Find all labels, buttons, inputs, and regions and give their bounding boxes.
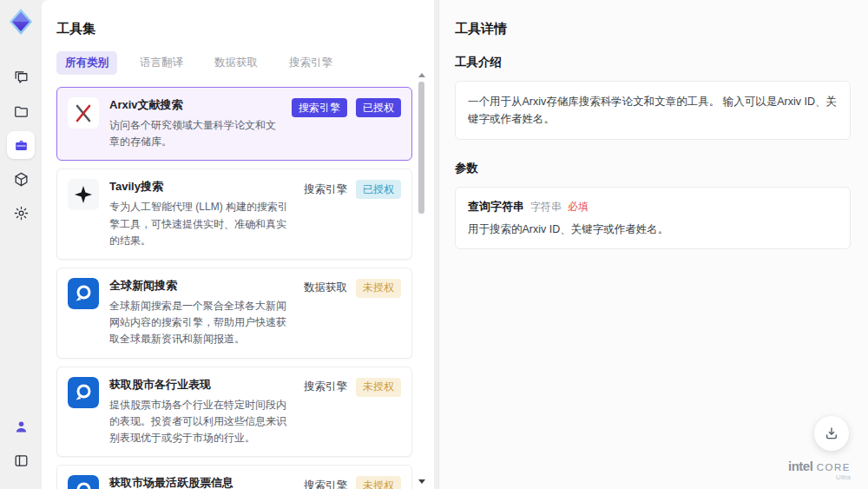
tool-card[interactable]: 获取市场最活跃股票信息 提供当天交易量最高的股票列表，投资者可以利用这些信息来识… (56, 465, 412, 489)
intro-text: 一个用于从Arxiv存储库搜索科学论文和文章的工具。 输入可以是Arxiv ID… (468, 93, 838, 128)
intel-core-logo: intel CORE Ultra (788, 459, 851, 482)
tool-meta: 搜索引擎 已授权 (304, 179, 401, 249)
briefcase-icon (13, 137, 30, 154)
tool-name: Tavily搜索 (109, 179, 293, 195)
cube-icon (13, 171, 30, 188)
juhe-icon (68, 377, 99, 408)
auth-status-badge: 未授权 (356, 476, 401, 489)
app-window: 工具集 所有类别语言翻译数据获取搜索引擎 Arxiv文献搜索 访问各个研究领域大… (0, 0, 868, 489)
category-tabs: 所有类别语言翻译数据获取搜索引擎 (56, 51, 410, 75)
sidebar-icon-group-bottom (7, 406, 35, 480)
category-badge: 搜索引擎 (292, 98, 347, 117)
ultra-wordmark: Ultra (788, 474, 851, 482)
tool-details-panel: 工具详情 工具介绍 一个用于从Arxiv存储库搜索科学论文和文章的工具。 输入可… (438, 0, 868, 489)
user-icon (13, 419, 30, 435)
tool-name: 获取市场最活跃股票信息 (109, 475, 293, 489)
sidebar-icon-group-top (7, 57, 35, 233)
core-wordmark: CORE (817, 462, 851, 472)
intel-wordmark: intel (788, 459, 812, 473)
tool-card[interactable]: Tavily搜索 专为人工智能代理 (LLM) 构建的搜索引擎工具，可快速提供实… (56, 169, 412, 260)
scroll-up-icon[interactable] (418, 73, 425, 77)
scrollbar-thumb[interactable] (418, 82, 424, 214)
param-box: 查询字符串 字符串 必填 用于搜索的Arxiv ID、关键字或作者姓名。 (455, 187, 851, 249)
category-label: 搜索引擎 (304, 378, 347, 397)
tool-card[interactable]: 获取股市各行业表现 提供股票市场各个行业在特定时间段内的表现。投资者可以利用这些… (56, 367, 412, 458)
details-title: 工具详情 (455, 21, 851, 37)
tool-description: 专为人工智能代理 (LLM) 构建的搜索引擎工具，可快速提供实时、准确和真实的结… (109, 199, 293, 249)
chat-icon (13, 69, 30, 86)
intro-heading: 工具介绍 (455, 55, 851, 70)
param-description: 用于搜索的Arxiv ID、关键字或作者姓名。 (468, 222, 838, 237)
tool-description: 全球新闻搜索是一个聚合全球各大新闻网站内容的搜索引擎，帮助用户快速获取全球最新资… (109, 298, 293, 348)
tool-info: 获取市场最活跃股票信息 提供当天交易量最高的股票列表，投资者可以利用这些信息来识… (109, 475, 293, 489)
tool-description: 提供股票市场各个行业在特定时间段内的表现。投资者可以利用这些信息来识别表现优于或… (109, 397, 293, 447)
scroll-down-icon[interactable] (418, 479, 425, 484)
sidebar-item-chat[interactable] (7, 63, 35, 91)
auth-status-badge: 已授权 (356, 98, 401, 117)
tool-meta: 搜索引擎 未授权 (304, 475, 401, 489)
param-type: 字符串 (530, 200, 562, 215)
tool-card[interactable]: Arxiv文献搜索 访问各个研究领域大量科学论文和文章的存储库。 搜索引擎 已授… (56, 87, 412, 161)
sidebar-item-panel-collapse[interactable] (7, 446, 35, 474)
category-label: 数据获取 (304, 279, 347, 298)
tool-info: Arxiv文献搜索 访问各个研究领域大量科学论文和文章的存储库。 (109, 97, 281, 150)
tool-card[interactable]: 全球新闻搜索 全球新闻搜索是一个聚合全球各大新闻网站内容的搜索引擎，帮助用户快速… (56, 268, 412, 359)
juhe-icon (68, 475, 99, 489)
arxiv-icon (68, 97, 99, 129)
param-name: 查询字符串 (468, 199, 524, 215)
tool-name: 全球新闻搜索 (109, 278, 293, 294)
category-label: 搜索引擎 (304, 476, 347, 489)
tool-meta: 搜索引擎 未授权 (304, 377, 401, 447)
tool-name: Arxiv文献搜索 (109, 97, 281, 113)
download-button[interactable] (814, 416, 849, 451)
auth-status-badge: 已授权 (356, 180, 401, 199)
sidebar-item-cube[interactable] (7, 165, 35, 193)
auth-status-badge: 未授权 (356, 378, 401, 397)
juhe-icon (68, 278, 99, 309)
param-header: 查询字符串 字符串 必填 (468, 199, 838, 215)
tool-info: 全球新闻搜索 全球新闻搜索是一个聚合全球各大新闻网站内容的搜索引擎，帮助用户快速… (109, 278, 293, 348)
tool-meta: 搜索引擎 已授权 (292, 97, 401, 150)
gear-icon (13, 205, 30, 221)
sidebar-item-gear[interactable] (7, 199, 35, 227)
tab-语言翻译[interactable]: 语言翻译 (131, 51, 192, 75)
tool-info: Tavily搜索 专为人工智能代理 (LLM) 构建的搜索引擎工具，可快速提供实… (109, 179, 293, 249)
tavily-icon (68, 179, 99, 210)
params-heading: 参数 (455, 161, 851, 176)
category-label: 搜索引擎 (304, 180, 347, 199)
tool-info: 获取股市各行业表现 提供股票市场各个行业在特定时间段内的表现。投资者可以利用这些… (109, 377, 293, 447)
tab-所有类别[interactable]: 所有类别 (56, 51, 117, 75)
sidebar-item-briefcase[interactable] (7, 131, 35, 159)
tools-list-panel: 工具集 所有类别语言翻译数据获取搜索引擎 Arxiv文献搜索 访问各个研究领域大… (42, 0, 434, 489)
sidebar-item-user[interactable] (7, 413, 35, 440)
sidebar-item-folder[interactable] (7, 97, 35, 125)
list-scrollbar[interactable] (418, 73, 426, 484)
app-sidebar (0, 0, 42, 489)
tool-list: Arxiv文献搜索 访问各个研究领域大量科学论文和文章的存储库。 搜索引擎 已授… (56, 87, 412, 489)
tool-description: 访问各个研究领域大量科学论文和文章的存储库。 (109, 117, 281, 150)
app-logo-icon (6, 7, 36, 36)
param-required-badge: 必填 (568, 200, 589, 215)
intro-box: 一个用于从Arxiv存储库搜索科学论文和文章的工具。 输入可以是Arxiv ID… (455, 81, 851, 140)
tab-搜索引擎[interactable]: 搜索引擎 (280, 51, 341, 75)
tool-meta: 数据获取 未授权 (304, 278, 401, 348)
panel-collapse-icon (13, 453, 30, 469)
download-icon (824, 426, 839, 441)
tools-panel-title: 工具集 (56, 21, 410, 37)
tool-name: 获取股市各行业表现 (109, 377, 293, 393)
tab-数据获取[interactable]: 数据获取 (206, 51, 266, 75)
folder-icon (13, 103, 30, 120)
auth-status-badge: 未授权 (356, 279, 401, 298)
